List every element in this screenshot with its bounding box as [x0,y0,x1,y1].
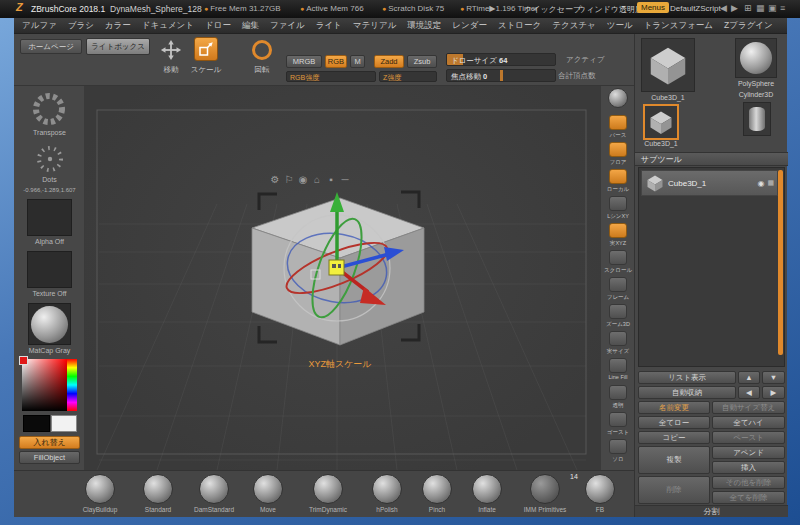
line-fill-button[interactable]: Line Fill [601,358,635,380]
lsym-button[interactable]: LシンXY [601,196,635,221]
focal-shift-slider[interactable]: 焦点移動 0 [446,69,556,82]
subtool-down-button[interactable]: ▼ [762,371,785,384]
m-button[interactable]: M [350,55,365,68]
lightbox-button[interactable]: ライトボックス [86,38,150,55]
mrgb-button[interactable]: MRGB [286,55,322,68]
homepage-button[interactable]: ホームページ [20,39,82,54]
delete-button[interactable]: 削除 [638,476,710,504]
frame-button[interactable]: フレーム [601,277,635,302]
delete-all-button[interactable]: 全てを削除 [712,491,785,504]
menu-texture[interactable]: テクスチャ [552,20,596,32]
gizmo-rotate-button[interactable] [252,40,272,60]
menu-file[interactable]: ファイル [270,20,305,32]
zscript-button[interactable]: DefaultZScript [670,4,721,13]
brush-standard[interactable]: Standard [128,474,188,513]
delete-other-button[interactable]: その他を削除 [712,476,785,489]
menu-tool[interactable]: ツール [607,20,633,32]
target-icon[interactable]: ◉ [296,174,310,185]
brush-damstandard[interactable]: DamStandard [184,474,244,513]
subtool-scrollbar[interactable] [778,170,783,355]
quicksave-button[interactable]: クイックセーブ [524,4,581,15]
material-selector[interactable] [28,303,71,345]
recent-tool-cylinder[interactable] [743,102,771,136]
subtool-row[interactable]: Cube3D_1 ◉ ▦ [641,170,778,196]
rgb-intensity-slider[interactable]: RGB強度 [286,71,376,82]
draw-size-slider[interactable]: ドローサイズ 64 [446,53,556,66]
lock-layout-icon[interactable]: ▣ [768,3,777,13]
hue-strip[interactable] [67,359,77,411]
nav-forward-icon[interactable]: ▶ [731,3,738,13]
menus-toggle[interactable]: Menus [637,2,669,13]
zadd-button[interactable]: Zadd [374,55,404,68]
visibility-eye-icon[interactable]: ◉ [757,179,764,188]
subtool-section-header[interactable]: サブツール [635,152,788,166]
fill-object-button[interactable]: FillObject [19,451,80,464]
subtool-right-button[interactable]: ▶ [762,386,785,399]
gizmo-center-handle[interactable] [329,260,344,275]
actual-size-button[interactable]: 実サイズ [601,331,635,356]
list-view-button[interactable]: リスト表示 [638,371,736,384]
bpr-render-button[interactable] [601,88,635,109]
subtool-left-button[interactable]: ◀ [738,386,760,399]
brush-trimdynamic[interactable]: TrimDynamic [298,474,358,513]
zoom3d-button[interactable]: ズーム3D [601,304,635,329]
append-button[interactable]: アペンド [712,446,785,459]
menu-alpha[interactable]: アルファ [22,20,57,32]
ghost-button[interactable]: ゴースト [601,412,635,437]
menu-brush[interactable]: ブラシ [68,20,94,32]
window-opacity-button[interactable]: ウィンドウ透明度 [578,4,643,15]
active-tool-thumbnail[interactable] [641,38,695,92]
scroll-button[interactable]: スクロール [601,250,635,275]
secondary-color-swatch[interactable] [51,415,77,432]
alpha-selector[interactable] [27,199,72,236]
menu-light[interactable]: ライト [316,20,342,32]
menu-document[interactable]: ドキュメント [142,20,194,32]
menu-edit[interactable]: 編集 [242,20,259,32]
brush-move[interactable]: Move [238,474,298,513]
auto-collapse-button[interactable]: 自動収納 [638,386,736,399]
panel-layout-icon[interactable]: ▦ [756,3,765,13]
recent-tool-cube[interactable] [643,104,679,140]
menu-zplugin[interactable]: Zプラグイン [724,20,773,32]
gear-icon[interactable]: ⚙ [268,174,282,185]
solo-button[interactable]: ソロ [601,439,635,464]
local-button[interactable]: ローカル [601,169,635,194]
menu-transform[interactable]: トランスフォーム [644,20,713,32]
brush-inflate[interactable]: Inflate [457,474,517,513]
zsub-button[interactable]: Zsub [407,55,437,68]
brush-imm-primitives[interactable]: IMM Primitives [515,474,575,513]
nav-back-icon[interactable]: ◀ [720,3,727,13]
swap-color-button[interactable]: 入れ替え [19,436,80,449]
color-picker[interactable] [22,359,77,411]
duplicate-button[interactable]: 複製 [638,446,710,474]
persp-button[interactable]: パース [601,115,635,140]
viewport-canvas[interactable]: ⚙ ⚐ ◉ ⌂ ▪ ─ XYZ軸スケール [85,86,600,470]
transparent-button[interactable]: 透明 [601,385,635,410]
brush-claybuildup[interactable]: ClayBuildup [70,474,130,513]
stroke-dots-button[interactable] [34,143,66,175]
transpose-button[interactable] [31,91,67,127]
copy-button[interactable]: コピー [638,431,710,444]
brush-fb[interactable]: FB [570,474,630,513]
collapse-icon[interactable]: ─ [338,174,352,185]
flag-icon[interactable]: ⚐ [282,174,296,185]
home-icon[interactable]: ⌂ [310,174,324,185]
rgb-button[interactable]: RGB [325,55,347,68]
rename-button[interactable]: 名前変更 [638,401,710,414]
subtool-up-button[interactable]: ▲ [738,371,760,384]
menu-render[interactable]: レンダー [452,20,487,32]
menu-draw[interactable]: ドロー [205,20,231,32]
floor-button[interactable]: フロア [601,142,635,167]
insert-button[interactable]: 挿入 [712,461,785,474]
texture-selector[interactable] [27,251,72,288]
all-low-button[interactable]: 全てロー [638,416,710,429]
gizmo-move-button[interactable] [160,39,182,61]
split-section-header[interactable]: 分割 [635,505,788,517]
lock-icon[interactable]: ▪ [324,174,338,185]
gizmo-scale-button[interactable] [194,37,218,61]
window-grid-icon[interactable]: ⊞ [744,3,752,13]
menu-lines-icon[interactable]: ≡ [780,3,785,13]
all-high-button[interactable]: 全てハイ [712,416,785,429]
menu-color[interactable]: カラー [105,20,131,32]
menu-preferences[interactable]: 環境設定 [407,20,441,32]
